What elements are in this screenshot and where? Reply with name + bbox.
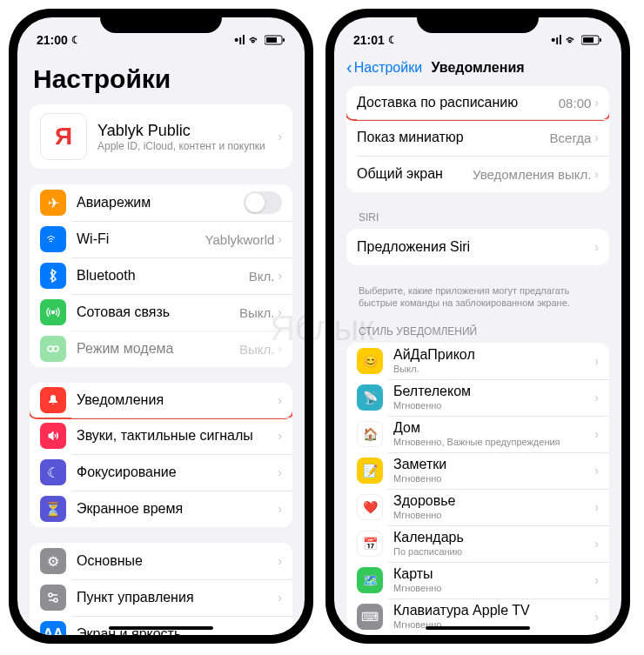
notch: [100, 9, 222, 33]
profile-desc: Apple ID, iCloud, контент и покупки: [97, 140, 278, 152]
app-icon: 📝: [357, 458, 383, 484]
row-app[interactable]: 📝 Заметки Мгновенно ›: [346, 452, 609, 489]
row-app[interactable]: 😊 АйДаПрикол Выкл. ›: [346, 343, 609, 379]
profile-name: Yablyk Public: [97, 122, 278, 140]
app-name: Клавиатура Apple TV: [393, 603, 594, 618]
row-airplane[interactable]: ✈ Авиарежим: [30, 184, 292, 221]
app-icon: 🗺️: [357, 567, 383, 593]
row-wifi[interactable]: ᯤ Wi-Fi Yablykworld ›: [30, 221, 292, 257]
chevron-right-icon: ›: [278, 342, 282, 356]
label-screentime: Экранное время: [77, 501, 278, 517]
app-name: Здоровье: [393, 493, 594, 509]
app-icon: 📡: [357, 384, 383, 411]
chevron-right-icon: ›: [594, 167, 599, 181]
app-name: Дом: [393, 420, 594, 436]
svg-rect-2: [283, 38, 285, 42]
section-siri: SIRI: [346, 208, 609, 229]
chevron-right-icon: ›: [594, 427, 599, 441]
label-airplane: Авиарежим: [77, 195, 244, 211]
phone-left: 21:00☾ •ıl ᯤ Настройки Я Yablyk Public A…: [9, 9, 313, 644]
value-bt: Вкл.: [249, 269, 275, 284]
chevron-right-icon: ›: [278, 305, 282, 319]
app-name: Календарь: [393, 530, 594, 545]
app-sub: Мгновенно: [393, 510, 594, 520]
cellular-icon: [40, 299, 66, 325]
chevron-right-icon: ›: [278, 393, 282, 407]
section-style: СТИЛЬ УВЕДОМЛЕНИЙ: [346, 322, 609, 343]
status-time: 21:01: [353, 33, 385, 47]
gear-icon: ⚙: [40, 548, 66, 574]
phone-right: 21:01☾ •ıl ᯤ ‹Настройки Уведомления Дост…: [325, 9, 630, 644]
row-cellular[interactable]: Сотовая связь Выкл. ›: [30, 294, 292, 331]
row-app[interactable]: 📅 Календарь По расписанию ›: [346, 525, 609, 562]
row-app[interactable]: 📡 Белтелеком Мгновенно ›: [346, 379, 609, 416]
siri-note: Выберите, какие приложения могут предлаг…: [346, 281, 609, 322]
app-icon: 📅: [357, 531, 383, 557]
nav-bar: ‹Настройки Уведомления: [346, 52, 609, 86]
row-notifications[interactable]: Уведомления ›: [30, 383, 292, 419]
app-sub: Выкл.: [393, 364, 594, 374]
app-name: АйДаПрикол: [393, 347, 594, 363]
label-schedule: Доставка по расписанию: [357, 95, 559, 110]
row-app[interactable]: 🏠 Дом Мгновенно, Важные предупреждения ›: [346, 416, 609, 452]
status-time: 21:00: [37, 33, 68, 47]
chevron-right-icon: ›: [594, 537, 599, 551]
value-schedule: 08:00: [559, 96, 592, 110]
svg-point-5: [53, 346, 58, 351]
label-shared: Общий экран: [357, 166, 473, 182]
app-sub: По расписанию: [393, 546, 594, 557]
hourglass-icon: ⏳: [40, 496, 66, 522]
wifi-icon: ᯤ: [40, 226, 66, 252]
row-hotspot[interactable]: Режим модема Выкл. ›: [30, 331, 292, 367]
svg-point-7: [54, 598, 57, 602]
label-notif: Уведомления: [77, 392, 278, 408]
row-bluetooth[interactable]: Bluetooth Вкл. ›: [30, 257, 292, 294]
row-sounds[interactable]: Звуки, тактильные сигналы ›: [30, 418, 292, 454]
toggle-airplane[interactable]: [244, 191, 282, 214]
chevron-right-icon: ›: [278, 429, 282, 443]
profile-icon: Я: [40, 113, 87, 160]
status-icons: •ıl ᯤ: [551, 33, 602, 47]
app-sub: Мгновенно: [393, 583, 594, 593]
app-name: Заметки: [393, 457, 594, 472]
label-sounds: Звуки, тактильные сигналы: [77, 428, 278, 444]
chevron-right-icon: ›: [594, 391, 599, 404]
row-general[interactable]: ⚙ Основные ›: [30, 543, 292, 579]
row-control-center[interactable]: Пункт управления ›: [30, 579, 292, 616]
home-indicator[interactable]: [109, 626, 213, 630]
app-icon: 🏠: [357, 421, 383, 447]
chevron-right-icon: ›: [594, 354, 599, 368]
app-sub: Мгновенно: [393, 473, 594, 484]
row-screentime[interactable]: ⏳ Экранное время ›: [30, 491, 292, 527]
row-screen-sharing[interactable]: Общий экран Уведомления выкл. ›: [346, 156, 609, 192]
switches-icon: [40, 585, 66, 611]
row-scheduled-summary[interactable]: Доставка по расписанию 08:00 ›: [346, 86, 609, 121]
moon-icon: ☾: [40, 459, 66, 485]
svg-rect-14: [600, 38, 601, 42]
chevron-left-icon: ‹: [346, 57, 352, 77]
app-icon: ❤️: [357, 494, 383, 520]
home-indicator[interactable]: [426, 626, 530, 630]
row-app[interactable]: 🗺️ Карты Мгновенно ›: [346, 562, 609, 598]
text-size-icon: AA: [40, 621, 66, 635]
chevron-right-icon: ›: [278, 627, 282, 635]
chevron-right-icon: ›: [278, 554, 282, 568]
svg-point-4: [48, 346, 53, 351]
back-button[interactable]: ‹Настройки: [346, 57, 422, 77]
notch: [417, 9, 539, 33]
svg-rect-13: [583, 37, 594, 43]
chevron-right-icon: ›: [278, 232, 282, 246]
label-wifi: Wi-Fi: [77, 231, 205, 247]
back-label: Настройки: [354, 60, 422, 76]
label-preview: Показ миниатюр: [357, 130, 550, 145]
chevron-right-icon: ›: [594, 573, 599, 587]
row-siri-suggestions[interactable]: Предложения Siri ›: [346, 229, 609, 265]
row-show-previews[interactable]: Показ миниатюр Всегда ›: [346, 119, 609, 156]
profile-row[interactable]: Я Yablyk Public Apple ID, iCloud, контен…: [30, 104, 292, 169]
chevron-right-icon: ›: [594, 130, 599, 144]
row-app[interactable]: ❤️ Здоровье Мгновенно ›: [346, 489, 609, 525]
row-display[interactable]: AA Экран и яркость ›: [30, 616, 292, 635]
row-focus[interactable]: ☾ Фокусирование ›: [30, 454, 292, 491]
chevron-right-icon: ›: [594, 610, 599, 624]
page-title: Настройки: [30, 52, 292, 104]
